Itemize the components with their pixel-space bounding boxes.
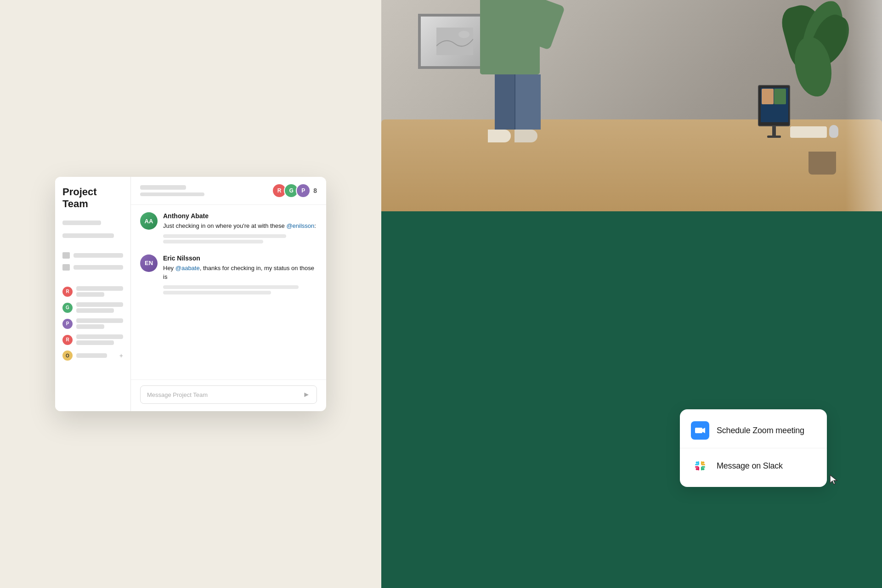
header-skeleton-1: [140, 185, 186, 190]
person-arm: [524, 0, 565, 50]
message-skeleton: [163, 234, 286, 238]
person-body: [480, 0, 540, 74]
sidebar-skeleton: [62, 233, 114, 238]
shoe-left: [488, 130, 511, 142]
action-card: Schedule Zoom meeting: [680, 409, 827, 487]
message-skeleton: [163, 291, 271, 294]
person: [496, 0, 556, 142]
sidebar-member-row[interactable]: R: [61, 284, 125, 299]
sidebar-member-avatar: P: [62, 319, 73, 329]
chat-main: R G P 8 AA: [131, 177, 326, 411]
chat-input-box[interactable]: Message Project Team ►: [140, 385, 317, 404]
monitor: [758, 85, 790, 126]
chat-messages: AA Anthony Abate Just checking in on whe…: [131, 205, 326, 379]
person-shoes: [488, 130, 548, 142]
svg-point-1: [458, 31, 469, 38]
shoe-right: [514, 130, 537, 142]
folder-icon: [62, 252, 70, 259]
message-skeleton: [163, 285, 299, 289]
folder-icon: [62, 264, 70, 271]
zoom-icon: [692, 422, 708, 439]
member-count: 8: [313, 187, 317, 194]
chat-input-placeholder: Message Project Team: [147, 391, 208, 398]
schedule-zoom-item[interactable]: Schedule Zoom meeting: [680, 413, 827, 448]
mention: @aabate: [175, 265, 200, 271]
message-avatar: EN: [140, 254, 158, 272]
plant-pot: [808, 152, 836, 175]
message-skeleton: [163, 240, 263, 243]
monitor-screen: [761, 88, 788, 122]
message-content: Eric Nilsson Hey @aabate, thanks for che…: [163, 254, 317, 296]
person-leg-right: [517, 74, 538, 130]
chat-window: Project Team R: [55, 177, 326, 411]
message-author: Anthony Abate: [163, 212, 317, 220]
green-panel: Schedule Zoom meeting: [381, 211, 882, 588]
svg-point-17: [702, 468, 705, 470]
header-members: R G P 8: [272, 183, 317, 198]
slack-icon: [692, 458, 708, 474]
slack-icon-container: [691, 457, 709, 475]
person-leg-left: [495, 74, 515, 130]
sidebar-member-row[interactable]: G: [61, 300, 125, 315]
svg-point-11: [702, 462, 705, 464]
sidebar-member-row[interactable]: P: [61, 317, 125, 331]
svg-rect-3: [695, 428, 702, 433]
svg-rect-16: [701, 467, 702, 470]
svg-point-14: [696, 468, 698, 470]
window-light: [845, 0, 882, 211]
slack-message-item[interactable]: Message on Slack: [680, 448, 827, 483]
cursor-icon: [829, 474, 838, 485]
sidebar-title: Project Team: [61, 186, 125, 210]
photo-bg: [381, 0, 882, 211]
header-avatar: P: [296, 183, 311, 198]
zoom-action-label: Schedule Zoom meeting: [717, 426, 804, 435]
mention: @enilsson: [286, 222, 314, 229]
sidebar-member-avatar: R: [62, 335, 73, 345]
right-panel: Schedule Zoom meeting: [381, 0, 882, 588]
header-skeleton-2: [140, 192, 204, 196]
message-avatar: AA: [140, 212, 158, 230]
zoom-icon-container: [691, 421, 709, 440]
sidebar-folder-row[interactable]: [61, 250, 125, 260]
message-content: Anthony Abate Just checking in on where …: [163, 212, 317, 245]
sidebar-member-avatar: G: [62, 303, 73, 313]
sidebar-skeleton: [62, 220, 101, 225]
chat-sidebar: Project Team R: [55, 177, 131, 411]
svg-point-8: [696, 462, 698, 464]
mouse: [829, 125, 838, 138]
message-item: AA Anthony Abate Just checking in on whe…: [140, 212, 317, 245]
chat-header: R G P 8: [131, 177, 326, 205]
sidebar-member-avatar: O: [62, 351, 73, 361]
workspace-photo: [381, 0, 882, 211]
mouse-area: [829, 125, 838, 138]
message-author: Eric Nilsson: [163, 254, 317, 262]
keyboard: [790, 126, 827, 138]
keyboard-area: [790, 126, 827, 138]
sidebar-member-row[interactable]: R: [61, 333, 125, 347]
message-item: EN Eric Nilsson Hey @aabate, thanks for …: [140, 254, 317, 296]
message-text: Just checking in on where you're at with…: [163, 221, 317, 231]
chat-input-area: Message Project Team ►: [131, 379, 326, 411]
add-member-icon[interactable]: +: [119, 352, 123, 359]
monitor-setup: [758, 85, 790, 138]
svg-rect-0: [436, 28, 473, 55]
person-legs: [495, 74, 541, 130]
slack-action-label: Message on Slack: [717, 461, 783, 471]
sidebar-member-avatar: R: [62, 287, 73, 297]
left-panel: Project Team R: [0, 0, 381, 588]
svg-rect-7: [698, 461, 699, 465]
svg-rect-5: [692, 458, 708, 474]
sidebar-folder-row[interactable]: [61, 262, 125, 272]
monitor-base: [767, 136, 781, 138]
svg-rect-10: [701, 461, 702, 465]
cursor: [829, 474, 838, 487]
message-text: Hey @aabate, thanks for checking in, my …: [163, 264, 317, 282]
svg-rect-13: [698, 467, 699, 470]
monitor-stand: [772, 126, 776, 136]
sidebar-member-row[interactable]: O +: [61, 349, 125, 362]
send-icon[interactable]: ►: [303, 390, 310, 399]
